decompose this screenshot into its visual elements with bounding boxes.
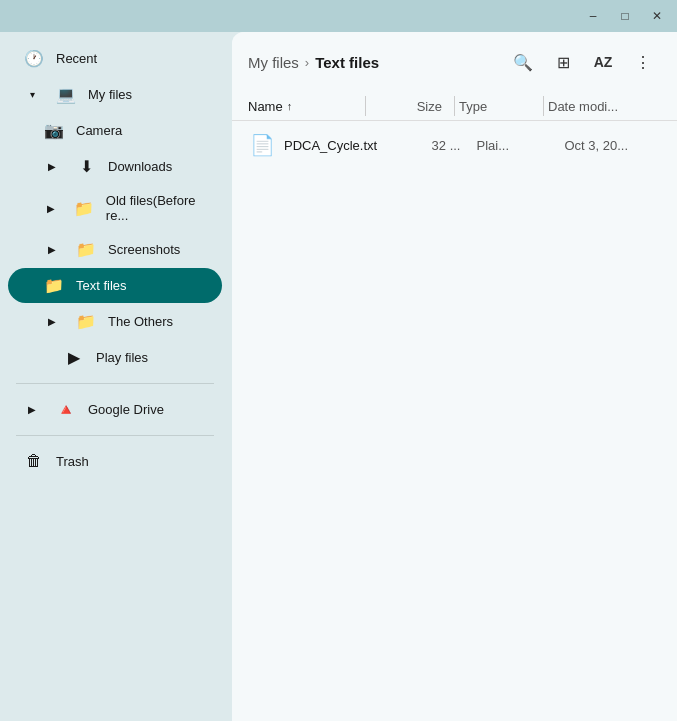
sidebar-item-oldfiles[interactable]: ▶ 📁 Old files(Before re... — [8, 185, 222, 231]
close-button[interactable]: ✕ — [641, 0, 673, 32]
col-name-header[interactable]: Name ↑ — [248, 99, 361, 114]
sidebar-item-theothers-label: The Others — [108, 314, 173, 329]
main-header: My files › Text files 🔍 ⊞ AZ ⋮ — [232, 32, 677, 92]
breadcrumb-parent[interactable]: My files — [248, 54, 299, 71]
breadcrumb: My files › Text files — [248, 54, 497, 71]
sidebar-item-theothers[interactable]: ▶ 📁 The Others — [8, 304, 222, 339]
sidebar-item-trash-label: Trash — [56, 454, 89, 469]
playfiles-icon: ▶ — [64, 348, 84, 367]
sidebar-item-textfiles-label: Text files — [76, 278, 127, 293]
column-headers: Name ↑ Size Type Date modi... — [232, 92, 677, 121]
sort-icon: AZ — [594, 54, 613, 70]
sort-arrow-icon: ↑ — [287, 100, 293, 112]
col-date-label: Date modi... — [548, 99, 618, 114]
sidebar-item-trash[interactable]: 🗑 Trash — [8, 444, 222, 478]
sidebar: 🕐 Recent ▾ 💻 My files 📷 Camera ▶ ⬇ Downl… — [0, 32, 230, 721]
file-size: 32 ... — [389, 138, 469, 153]
sidebar-item-downloads[interactable]: ▶ ⬇ Downloads — [8, 149, 222, 184]
sidebar-item-oldfiles-label: Old files(Before re... — [106, 193, 206, 223]
grid-icon: ⊞ — [557, 53, 570, 72]
sidebar-divider-2 — [16, 435, 214, 436]
sidebar-item-googledrive-label: Google Drive — [88, 402, 164, 417]
sidebar-item-screenshots[interactable]: ▶ 📁 Screenshots — [8, 232, 222, 267]
file-type: Plai... — [477, 138, 557, 153]
grid-view-button[interactable]: ⊞ — [545, 44, 581, 80]
col-separator-1 — [365, 96, 366, 116]
app-window: – □ ✕ 🕐 Recent ▾ 💻 My files 📷 Camera — [0, 0, 677, 721]
sidebar-item-camera-label: Camera — [76, 123, 122, 138]
maximize-button[interactable]: □ — [609, 0, 641, 32]
myfiles-icon: 💻 — [56, 85, 76, 104]
theothers-icon: 📁 — [76, 312, 96, 331]
downloads-icon: ⬇ — [76, 157, 96, 176]
trash-icon: 🗑 — [24, 452, 44, 470]
minimize-button[interactable]: – — [577, 0, 609, 32]
col-type-header[interactable]: Type — [459, 99, 539, 114]
search-button[interactable]: 🔍 — [505, 44, 541, 80]
breadcrumb-current: Text files — [315, 54, 379, 71]
recent-icon: 🕐 — [24, 49, 44, 68]
oldfiles-chevron-icon: ▶ — [44, 200, 58, 216]
sidebar-item-playfiles[interactable]: ▶ Play files — [8, 340, 222, 375]
title-bar: – □ ✕ — [0, 0, 677, 32]
sidebar-item-playfiles-label: Play files — [96, 350, 148, 365]
col-size-header[interactable]: Size — [370, 99, 450, 114]
header-actions: 🔍 ⊞ AZ ⋮ — [505, 44, 661, 80]
camera-icon: 📷 — [44, 121, 64, 140]
oldfiles-icon: 📁 — [74, 199, 94, 218]
googledrive-icon: 🔺 — [56, 400, 76, 419]
sidebar-item-recent-label: Recent — [56, 51, 97, 66]
more-icon: ⋮ — [635, 53, 651, 72]
search-icon: 🔍 — [513, 53, 533, 72]
file-date: Oct 3, 20... — [565, 138, 662, 153]
col-name-label: Name — [248, 99, 283, 114]
sidebar-item-myfiles[interactable]: ▾ 💻 My files — [8, 77, 222, 112]
col-separator-3 — [543, 96, 544, 116]
main-content: My files › Text files 🔍 ⊞ AZ ⋮ — [232, 32, 677, 721]
sidebar-item-recent[interactable]: 🕐 Recent — [8, 41, 222, 76]
col-type-label: Type — [459, 99, 487, 114]
screenshots-chevron-icon: ▶ — [44, 242, 60, 258]
col-separator-2 — [454, 96, 455, 116]
theothers-chevron-icon: ▶ — [44, 314, 60, 330]
file-list: 📄 PDCA_Cycle.txt 32 ... Plai... Oct 3, 2… — [232, 121, 677, 721]
sidebar-divider-1 — [16, 383, 214, 384]
sidebar-item-googledrive[interactable]: ▶ 🔺 Google Drive — [8, 392, 222, 427]
sidebar-item-screenshots-label: Screenshots — [108, 242, 180, 257]
sort-button[interactable]: AZ — [585, 44, 621, 80]
file-icon: 📄 — [248, 133, 276, 157]
sidebar-item-downloads-label: Downloads — [108, 159, 172, 174]
sidebar-item-myfiles-label: My files — [88, 87, 132, 102]
breadcrumb-separator: › — [305, 55, 309, 70]
file-name: PDCA_Cycle.txt — [284, 138, 381, 153]
downloads-chevron-icon: ▶ — [44, 159, 60, 175]
col-size-label: Size — [417, 99, 442, 114]
col-date-header[interactable]: Date modi... — [548, 99, 661, 114]
screenshots-icon: 📁 — [76, 240, 96, 259]
sidebar-item-camera[interactable]: 📷 Camera — [8, 113, 222, 148]
textfiles-icon: 📁 — [44, 276, 64, 295]
app-body: 🕐 Recent ▾ 💻 My files 📷 Camera ▶ ⬇ Downl… — [0, 32, 677, 721]
sidebar-item-textfiles[interactable]: 📁 Text files — [8, 268, 222, 303]
more-options-button[interactable]: ⋮ — [625, 44, 661, 80]
table-row[interactable]: 📄 PDCA_Cycle.txt 32 ... Plai... Oct 3, 2… — [232, 125, 677, 165]
myfiles-chevron-icon: ▾ — [24, 87, 40, 103]
googledrive-chevron-icon: ▶ — [24, 402, 40, 418]
